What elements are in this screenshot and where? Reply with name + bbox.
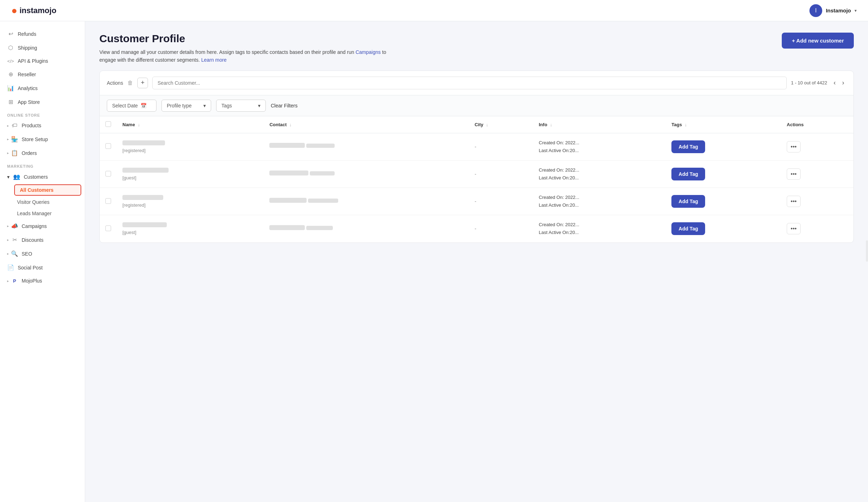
- date-filter[interactable]: Select Date 📅: [107, 100, 156, 112]
- row2-more-button[interactable]: •••: [787, 168, 801, 180]
- seo-icon: 🔍: [11, 250, 18, 257]
- sidebar-label-discounts: Discounts: [22, 237, 43, 243]
- name-sort-icon[interactable]: ↓: [138, 122, 140, 127]
- row4-info: Created On: 2022... Last Active On:20...: [539, 221, 660, 236]
- row4-contact-line1-blurred: [269, 225, 305, 230]
- row4-name-blurred: [122, 222, 167, 227]
- sidebar-item-seo[interactable]: 🔍 SEO: [0, 247, 85, 261]
- row4-info-cell: Created On: 2022... Last Active On:20...: [533, 215, 666, 242]
- sidebar-label-customers: Customers: [24, 174, 48, 180]
- row1-more-button[interactable]: •••: [787, 141, 801, 152]
- col-name-label: Name: [122, 122, 136, 127]
- prev-page-button[interactable]: ‹: [831, 78, 838, 87]
- logo[interactable]: ● instamojo: [11, 6, 56, 16]
- sidebar-item-products[interactable]: 🏷 Products: [0, 119, 85, 132]
- profile-type-label: Profile type: [167, 103, 192, 108]
- add-new-customer-button[interactable]: + Add new customer: [782, 33, 854, 49]
- row4-city-cell: -: [469, 215, 533, 242]
- col-name: Name ↓: [117, 116, 264, 133]
- row1-checkbox[interactable]: [105, 143, 111, 149]
- row3-actions-cell: •••: [781, 188, 853, 215]
- row2-contact-line2-blurred: [310, 171, 335, 175]
- select-all-checkbox[interactable]: [105, 121, 111, 127]
- row3-add-tag-button[interactable]: Add Tag: [671, 195, 705, 208]
- sidebar-item-social-post[interactable]: 📄 Social Post: [0, 261, 85, 274]
- sidebar-item-orders[interactable]: 📋 Orders: [0, 146, 85, 160]
- row2-checkbox[interactable]: [105, 171, 111, 177]
- row4-contact-cell: [264, 215, 469, 242]
- row2-city-cell: -: [469, 160, 533, 188]
- profile-type-chevron: ▾: [203, 103, 206, 108]
- clear-filters-button[interactable]: Clear Filters: [271, 103, 297, 108]
- table-row: [guest] - Created On: 2022... L: [100, 160, 853, 188]
- row2-type: [guest]: [122, 175, 258, 180]
- toolbar: Actions 🗑 + 1 - 10 out of 4422 ‹ ›: [100, 71, 853, 95]
- customers-icon: 👥: [13, 173, 20, 180]
- info-sort-icon[interactable]: ↓: [550, 122, 553, 127]
- sidebar-item-api[interactable]: </> API & Plugins: [0, 55, 85, 67]
- user-name: Instamojo: [826, 7, 851, 13]
- profile-type-filter[interactable]: Profile type ▾: [161, 100, 211, 112]
- tags-sort-icon[interactable]: ↓: [685, 122, 687, 127]
- col-actions: Actions: [781, 116, 853, 133]
- row2-contact-line1-blurred: [269, 171, 308, 175]
- sidebar-item-campaigns[interactable]: 📣 Campaigns: [0, 219, 85, 233]
- search-input[interactable]: [152, 77, 787, 89]
- sidebar-subitem-leads-manager[interactable]: Leads Manager: [0, 208, 85, 219]
- row3-name-blurred: [122, 195, 163, 200]
- campaigns-icon: 📣: [11, 223, 18, 229]
- row3-tags-cell: Add Tag: [666, 188, 781, 215]
- social-post-icon: 📄: [7, 264, 14, 271]
- add-filter-button[interactable]: +: [137, 78, 148, 88]
- sidebar-item-analytics[interactable]: 📊 Analytics: [0, 81, 85, 95]
- reseller-icon: ⊕: [7, 71, 14, 78]
- row1-add-tag-button[interactable]: Add Tag: [671, 140, 705, 153]
- section-label-marketing: MARKETING: [0, 160, 85, 170]
- user-menu[interactable]: I Instamojo ▾: [809, 4, 857, 17]
- sidebar-item-store-setup[interactable]: 🏪 Store Setup: [0, 132, 85, 146]
- row3-contact-line1-blurred: [269, 198, 307, 203]
- date-filter-label: Select Date: [112, 103, 138, 108]
- row4-checkbox-cell: [100, 215, 117, 242]
- row4-add-tag-button[interactable]: Add Tag: [671, 222, 705, 235]
- topnav: ● instamojo I Instamojo ▾: [0, 0, 868, 21]
- row2-contact-cell: [264, 160, 469, 188]
- tags-filter[interactable]: Tags ▾: [216, 100, 266, 112]
- actions-button[interactable]: Actions: [107, 80, 123, 86]
- customers-table: Name ↓ Contact ↓ City ↓ Info: [100, 116, 853, 242]
- col-info: Info ↓: [533, 116, 666, 133]
- row3-checkbox[interactable]: [105, 198, 111, 204]
- city-sort-icon[interactable]: ↓: [486, 122, 489, 127]
- sidebar-subitem-visitor-queries[interactable]: Visitor Queries: [0, 196, 85, 208]
- sidebar-item-mojoplus[interactable]: P MojoPlus: [0, 274, 85, 287]
- contact-sort-icon[interactable]: ↓: [289, 122, 292, 127]
- learn-more-link[interactable]: Learn more: [201, 57, 227, 63]
- row1-city: -: [474, 144, 476, 150]
- next-page-button[interactable]: ›: [840, 78, 846, 87]
- row3-city: -: [474, 199, 476, 204]
- row3-more-button[interactable]: •••: [787, 196, 801, 207]
- row1-checkbox-cell: [100, 133, 117, 160]
- sidebar-subitem-all-customers[interactable]: All Customers: [14, 184, 81, 196]
- row2-add-tag-button[interactable]: Add Tag: [671, 168, 705, 180]
- sidebar-label-store-setup: Store Setup: [22, 136, 48, 142]
- row4-more-button[interactable]: •••: [787, 223, 801, 234]
- sidebar-label-mojoplus: MojoPlus: [22, 278, 42, 284]
- sidebar: ↩ Refunds ⬡ Shipping </> API & Plugins ⊕…: [0, 21, 85, 502]
- row1-contact-line2-blurred: [306, 144, 335, 148]
- sidebar-item-shipping[interactable]: ⬡ Shipping: [0, 41, 85, 55]
- sidebar-item-discounts[interactable]: ✂ Discounts: [0, 233, 85, 247]
- mojoplus-icon: P: [11, 278, 18, 284]
- row4-info-line1: Created On: 2022...: [539, 222, 579, 227]
- pagination-info: 1 - 10 out of 4422: [791, 80, 827, 85]
- sidebar-item-customers[interactable]: 👥 Customers: [0, 170, 85, 184]
- sidebar-item-appstore[interactable]: ⊞ App Store: [0, 95, 85, 109]
- sidebar-item-refunds[interactable]: ↩ Refunds: [0, 27, 85, 41]
- campaigns-link[interactable]: Campaigns: [356, 49, 381, 55]
- main-content: Customer Profile View and manage all you…: [85, 21, 868, 502]
- row3-city-cell: -: [469, 188, 533, 215]
- col-tags-label: Tags: [671, 122, 683, 127]
- trash-icon[interactable]: 🗑: [127, 80, 133, 86]
- sidebar-item-reseller[interactable]: ⊕ Reseller: [0, 67, 85, 81]
- row4-checkbox[interactable]: [105, 225, 111, 231]
